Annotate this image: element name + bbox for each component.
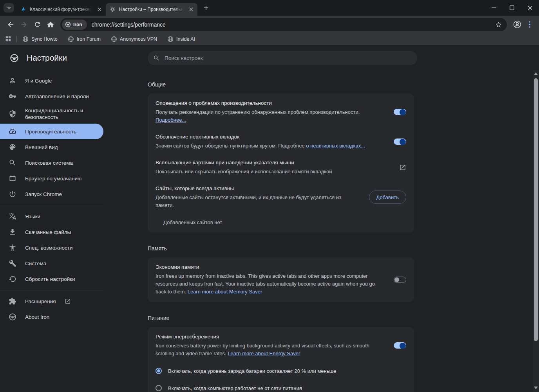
bookmark-star-icon[interactable] [495,21,502,28]
section-label-general: Общие [148,81,539,88]
divider [0,291,103,291]
setting-row-always-active-sites: Сайты, которые всегда активны Добавленны… [148,180,414,214]
site-info-chip[interactable]: Iron [62,20,87,30]
close-window-button[interactable] [521,0,539,16]
sidebar-item-startup[interactable]: Запуск Chrome [0,186,103,202]
external-link-icon [65,298,71,304]
address-bar[interactable]: Iron chrome://settings/performance [60,18,507,31]
settings-sidebar: Я и Google Автозаполнение и пароли Конфи… [0,71,103,392]
sidebar-item-you-and-google[interactable]: Я и Google [0,73,103,88]
settings-header: Настройки [0,45,539,71]
sidebar-item-accessibility[interactable]: Спец. возможности [0,240,103,255]
globe-icon [111,36,120,42]
radio-button[interactable] [156,368,162,374]
tab-settings-performance[interactable]: Настройки – Производительность [106,3,197,16]
sidebar-item-reset[interactable]: Сбросить настройки [0,271,103,287]
iron-logo-icon [10,54,19,63]
reload-button[interactable] [31,18,44,31]
memory-saver-link[interactable]: Learn more about Memory Saver [188,289,262,295]
toggle-knob [400,139,406,145]
window-controls [485,0,539,16]
toggle-knob [400,343,406,349]
bookmark-iron-forum[interactable]: Iron Forum [68,36,101,42]
setting-row-hover-cards[interactable]: Всплывающие карточки при наведении указа… [148,155,414,180]
profile-button[interactable] [511,18,523,31]
setting-title: Экономия памяти [156,264,386,271]
iron-logo-icon [0,313,25,321]
new-tab-button[interactable] [201,2,212,13]
memory-saver-toggle[interactable] [394,277,406,283]
close-tab-icon[interactable] [96,6,103,13]
sidebar-item-about-iron[interactable]: About Iron [0,309,103,325]
shield-icon [0,110,25,118]
globe-icon [68,36,77,42]
energy-saver-toggle[interactable] [394,342,406,349]
scrollbar-down-arrow[interactable] [534,387,538,389]
sidebar-item-extensions[interactable]: Расширения [0,293,103,309]
sidebar-item-search-engine[interactable]: Поисковая система [0,155,103,171]
search-icon [153,55,160,61]
gear-icon [110,6,116,13]
sidebar-item-appearance[interactable]: Внешний вид [0,139,103,155]
setting-title: Обозначение неактивных вкладок [156,133,386,140]
speedometer-icon [0,128,25,135]
sidebar-item-default-browser[interactable]: Браузер по умолчанию [0,171,103,186]
titlebar: Классический форум-трекер : Настройки – … [0,0,539,16]
setting-description: Получать рекомендации по устранению обна… [156,108,386,116]
scrollbar-up-arrow[interactable] [534,72,538,75]
tab-search-button[interactable] [4,3,14,13]
close-tab-icon[interactable] [188,6,194,13]
menu-kebab-button[interactable] [523,18,536,31]
plus-icon [203,4,210,11]
toggle-knob [400,109,406,115]
forward-button[interactable] [17,18,31,31]
sidebar-item-system[interactable]: Система [0,255,103,271]
radio-row-unplugged[interactable]: Включать, когда компьютер работает не от… [148,379,414,392]
settings-main: Общие Оповещения о проблемах производите… [103,71,539,392]
page-title: Настройки [27,53,67,63]
section-label-memory: Память [148,245,539,252]
energy-saver-link[interactable]: Learn more about Energy Saver [228,351,300,356]
sidebar-item-privacy[interactable]: Конфиденциальность и безопасность [0,104,103,124]
inactive-tabs-link[interactable]: о неактивных вкладках... [306,143,365,149]
performance-alerts-toggle[interactable] [394,109,406,115]
sidebar-item-autofill[interactable]: Автозаполнение и пароли [0,88,103,104]
tab-forum-tracker[interactable]: Классический форум-трекер : [16,3,106,16]
search-icon [0,159,25,167]
add-site-button[interactable]: Добавить [369,191,406,204]
scrollbar[interactable] [533,70,539,392]
bookmark-sync-howto[interactable]: Sync Howto [22,36,58,42]
settings-page: Настройки Я и Google Автозаполнение и па… [0,45,539,392]
settings-search[interactable] [148,51,417,65]
power-card: Режим энергосбережения Iron conserves ba… [148,327,414,392]
bookmark-inside-ai[interactable]: Inside AI [167,36,195,42]
key-icon [0,92,25,100]
apps-grid-icon[interactable] [5,35,13,43]
learn-more-link[interactable]: Подробнее... [156,117,186,123]
minimize-button[interactable] [485,0,503,16]
radio-button[interactable] [156,385,162,391]
person-icon [0,77,25,85]
chip-label: Iron [73,22,82,27]
scrollbar-thumb[interactable] [534,78,538,341]
inactive-tabs-toggle[interactable] [394,138,406,145]
maximize-button[interactable] [503,0,521,16]
sidebar-item-downloads[interactable]: Скачанные файлы [0,224,103,240]
url-text[interactable]: chrome://settings/performance [92,22,492,28]
setting-title: Режим энергосбережения [156,333,386,340]
chevron-down-icon [6,5,12,11]
bookmark-anonymous-vpn[interactable]: Anonymous VPN [111,36,157,42]
sidebar-item-performance[interactable]: Производительность [0,124,103,139]
browser-toolbar: Iron chrome://settings/performance [0,16,539,33]
toggle-knob [394,277,399,282]
search-input[interactable] [165,55,412,61]
back-button[interactable] [4,18,17,31]
external-link-icon[interactable] [399,164,406,171]
sidebar-item-languages[interactable]: Языки [0,209,103,224]
restore-icon [0,275,25,283]
home-button[interactable] [44,18,57,31]
globe-icon [22,36,31,42]
memory-card: Экономия памяти Iron frees up memory fro… [148,257,414,302]
radio-row-battery-level[interactable]: Включать, когда уровень заряда батареи с… [148,362,414,379]
power-icon [0,190,25,198]
